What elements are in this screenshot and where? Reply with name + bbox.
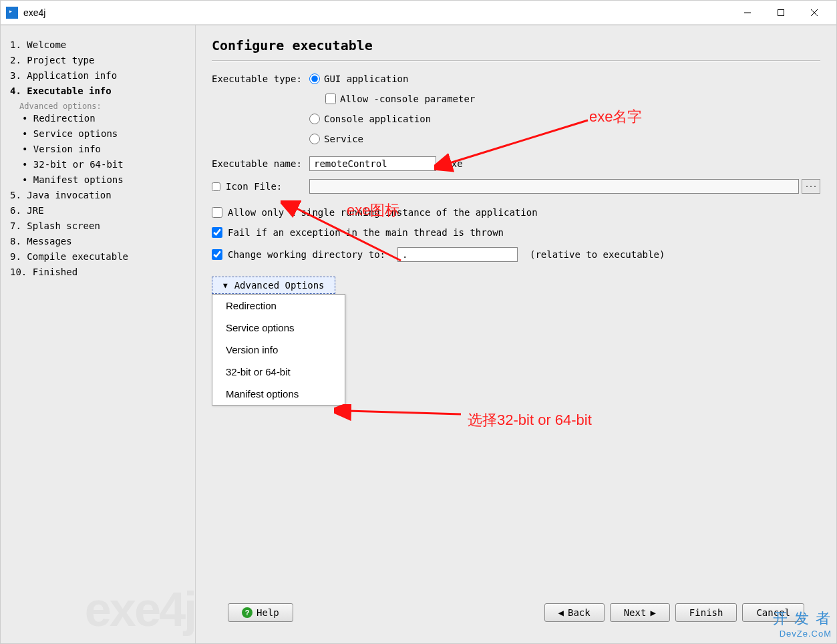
allow-single-checkbox[interactable]	[212, 207, 222, 218]
page-title: Configure executable	[212, 37, 820, 53]
exec-name-label: Executable name:	[212, 158, 309, 169]
sidebar-step-6[interactable]: 6. JRE	[10, 203, 188, 218]
menu-version-info[interactable]: Version info	[212, 339, 345, 361]
radio-console-label: Console application	[324, 114, 431, 124]
close-button[interactable]	[798, 3, 831, 23]
radio-gui-input[interactable]	[309, 73, 320, 84]
advanced-options-button[interactable]: ▼ Advanced Options	[212, 277, 335, 294]
icon-file-check-label[interactable]: Icon File:	[212, 181, 309, 192]
radio-service[interactable]: Service	[309, 134, 475, 144]
footer: ? Help ◀ Back Next ▶ Finish Cancel	[212, 597, 820, 631]
svg-rect-1	[778, 9, 784, 15]
sidebar-sub-version[interactable]: Version info	[22, 142, 188, 157]
back-label: Back	[568, 607, 591, 618]
menu-manifest-options[interactable]: Manifest options	[212, 383, 345, 405]
main-panel: Configure executable Executable type: GU…	[196, 25, 836, 643]
sidebar-step-8[interactable]: 8. Messages	[10, 234, 188, 249]
help-icon: ?	[242, 607, 253, 618]
fail-exception-checkbox[interactable]	[212, 227, 222, 238]
radio-service-label: Service	[324, 134, 363, 144]
sidebar-step-10[interactable]: 10. Finished	[10, 265, 188, 280]
app-icon	[6, 7, 18, 19]
change-dir-checkbox[interactable]	[212, 249, 222, 260]
icon-file-input[interactable]	[309, 179, 799, 194]
next-arrow-icon: ▶	[650, 607, 655, 618]
radio-gui-label: GUI application	[324, 73, 408, 84]
sidebar-sub-redirection[interactable]: Redirection	[22, 111, 188, 126]
change-dir-label: Change working directory to:	[228, 249, 385, 260]
radio-gui[interactable]: GUI application	[309, 73, 475, 84]
fail-exception-label: Fail if an exception in the main thread …	[228, 227, 504, 238]
sidebar-sub-32-64[interactable]: 32-bit or 64-bit	[22, 157, 188, 172]
watermark-icon: exe4j	[85, 582, 195, 637]
back-button[interactable]: ◀ Back	[544, 603, 605, 622]
sidebar-step-2[interactable]: 2. Project type	[10, 53, 188, 68]
exec-type-label: Executable type:	[212, 73, 309, 84]
sidebar-sub-manifest[interactable]: Manifest options	[22, 172, 188, 188]
sidebar-step-4[interactable]: 4. Executable info	[10, 84, 188, 99]
sidebar-step-1[interactable]: 1. Welcome	[10, 37, 188, 53]
titlebar: exe4j	[1, 1, 836, 25]
maximize-button[interactable]	[764, 3, 798, 23]
next-label: Next	[624, 607, 647, 618]
chevron-down-icon: ▼	[223, 281, 228, 290]
sidebar-sub-service[interactable]: Service options	[22, 126, 188, 142]
allow-single-label: Allow only a single running instance of …	[228, 207, 538, 218]
sidebar-step-5[interactable]: 5. Java invocation	[10, 188, 188, 203]
browse-button[interactable]: ···	[802, 179, 820, 194]
change-dir-input[interactable]	[397, 247, 518, 262]
advanced-options-label: Advanced Options	[234, 280, 325, 291]
help-label: Help	[257, 607, 279, 618]
help-button[interactable]: ? Help	[228, 603, 293, 622]
radio-console[interactable]: Console application	[309, 114, 475, 124]
exec-name-input[interactable]	[309, 156, 436, 171]
sidebar-step-9[interactable]: 9. Compile executable	[10, 249, 188, 265]
radio-service-input[interactable]	[309, 134, 320, 144]
sidebar: 1. Welcome 2. Project type 3. Applicatio…	[1, 25, 196, 643]
exec-name-suffix: .exe	[440, 158, 463, 169]
window-title: exe4j	[23, 7, 731, 18]
allow-console-label: Allow -console parameter	[340, 94, 475, 104]
radio-console-input[interactable]	[309, 114, 320, 124]
allow-console-input[interactable]	[325, 94, 336, 104]
relative-label: (relative to executable)	[530, 249, 665, 260]
cancel-button[interactable]: Cancel	[742, 603, 804, 622]
sidebar-advanced-label: Advanced options:	[19, 102, 188, 111]
finish-button[interactable]: Finish	[675, 603, 737, 622]
menu-32-64-bit[interactable]: 32-bit or 64-bit	[212, 361, 345, 383]
allow-console-checkbox[interactable]: Allow -console parameter	[325, 94, 475, 104]
next-button[interactable]: Next ▶	[610, 603, 670, 622]
menu-redirection[interactable]: Redirection	[212, 295, 345, 317]
back-arrow-icon: ◀	[558, 607, 564, 618]
sidebar-step-7[interactable]: 7. Splash screen	[10, 218, 188, 234]
icon-file-checkbox[interactable]	[212, 182, 220, 191]
sidebar-step-3[interactable]: 3. Application info	[10, 68, 188, 84]
advanced-options-menu: Redirection Service options Version info…	[212, 294, 345, 406]
minimize-button[interactable]	[731, 3, 764, 23]
icon-file-label: Icon File:	[226, 181, 282, 192]
menu-service-options[interactable]: Service options	[212, 317, 345, 339]
